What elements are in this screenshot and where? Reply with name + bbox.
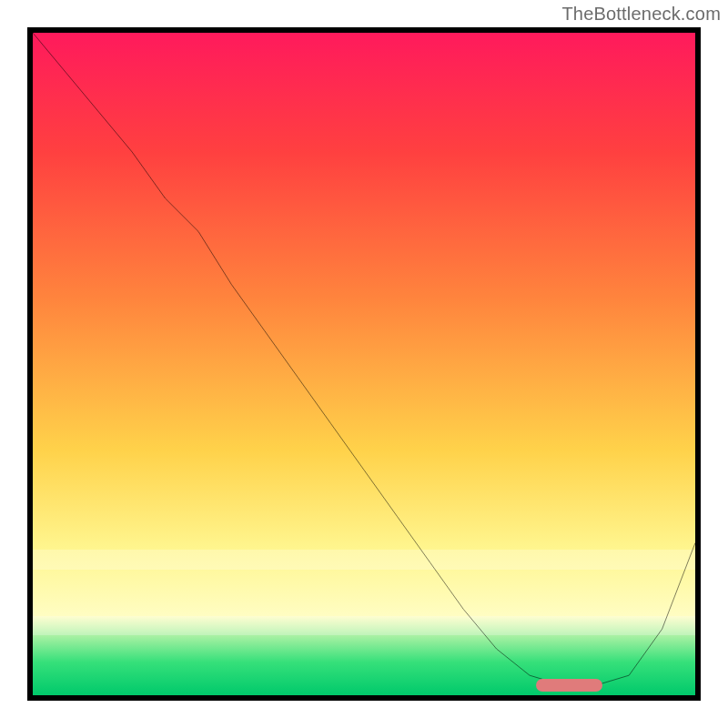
chart-plot-area bbox=[27, 27, 701, 701]
chart-wrapper: TheBottleneck.com bbox=[0, 0, 728, 728]
curve-path bbox=[33, 33, 695, 685]
watermark-text: TheBottleneck.com bbox=[561, 4, 721, 25]
bottleneck-curve bbox=[33, 33, 695, 695]
